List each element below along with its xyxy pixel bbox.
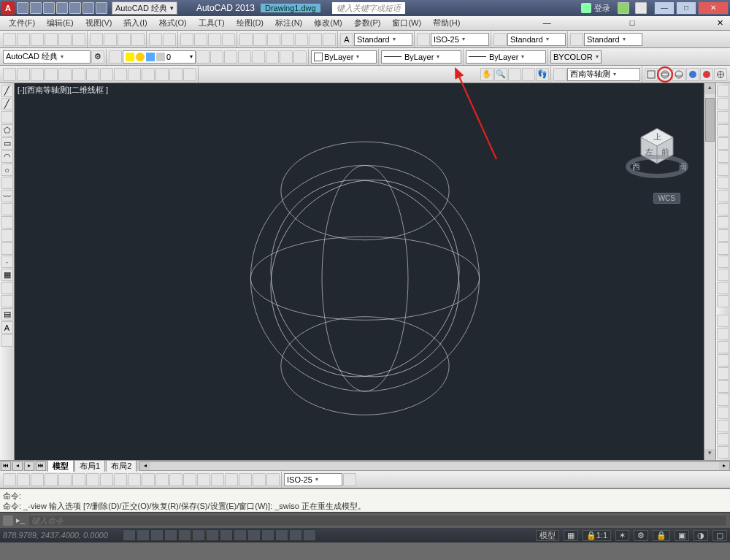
coordinates-readout[interactable]: 878.9789, 2437.4000, 0.0000 (3, 531, 120, 540)
dim-space-icon[interactable] (155, 473, 169, 486)
menu-insert[interactable]: 插入(I) (118, 18, 153, 28)
edit-hatch-icon[interactable] (717, 433, 729, 445)
dim-break-icon[interactable] (169, 473, 182, 486)
qp-toggle[interactable] (275, 529, 288, 541)
polygon-icon[interactable]: ⬠ (1, 124, 13, 137)
dim-baseline-icon[interactable] (128, 473, 141, 486)
layer-off-icon[interactable] (266, 50, 279, 64)
named-views-icon[interactable] (3, 68, 16, 81)
isolate-icon[interactable]: ◑ (694, 530, 708, 541)
clean-screen-icon[interactable]: ▢ (712, 530, 727, 541)
command-history[interactable]: 命令: 命令: _-view 输入选项 [?/删除(D)/正交(O)/恢复(R)… (0, 488, 730, 512)
tpy-toggle[interactable] (261, 529, 274, 541)
viewport-poly-icon[interactable] (31, 68, 44, 81)
region-icon[interactable] (1, 295, 13, 307)
mirror-icon[interactable] (717, 111, 729, 123)
extend-icon[interactable] (717, 216, 729, 229)
view-cube[interactable]: 上 左 前 西 南 (620, 112, 694, 185)
undo-icon[interactable] (149, 33, 162, 46)
menu-modify[interactable]: 修改(M) (308, 18, 348, 28)
scale-icon[interactable] (717, 177, 729, 189)
tab-next-icon[interactable]: ▸ (24, 461, 34, 471)
revcloud-icon[interactable] (1, 177, 13, 189)
3dosnap-toggle[interactable] (192, 529, 205, 541)
edit-spline-icon[interactable] (717, 420, 729, 432)
array-icon[interactable] (717, 137, 729, 150)
viewport-new-icon[interactable] (142, 68, 155, 81)
app-logo-icon[interactable]: A (1, 1, 15, 15)
tab-first-icon[interactable]: ⏮ (1, 461, 11, 471)
copy2-icon[interactable] (717, 98, 729, 110)
help-search-input[interactable]: 键入关键字或短语 (332, 2, 405, 14)
ellipse-icon[interactable] (1, 203, 13, 215)
publish-icon[interactable] (72, 33, 85, 46)
cut-icon[interactable] (90, 33, 103, 46)
tab-prev-icon[interactable]: ◂ (12, 461, 23, 471)
workspace-selector[interactable]: AutoCAD 经典 (112, 1, 177, 15)
pline-icon[interactable] (1, 111, 13, 123)
osnap-toggle[interactable] (178, 529, 191, 541)
regen-icon[interactable] (155, 68, 169, 81)
tab-layout1[interactable]: 布局1 (74, 460, 105, 472)
zoom-prev-icon[interactable] (222, 33, 235, 46)
dim-inspect-icon[interactable] (211, 473, 224, 486)
dim-continue-icon[interactable] (142, 473, 155, 486)
otrack-toggle[interactable] (206, 529, 219, 541)
qat-plot-icon[interactable] (69, 2, 81, 14)
dimstyle-icon[interactable] (417, 33, 430, 46)
dim-quick-icon[interactable] (114, 473, 127, 486)
regenall-icon[interactable] (169, 68, 182, 81)
view-manager-icon[interactable] (553, 68, 566, 81)
tab-layout2[interactable]: 布局2 (106, 460, 137, 472)
dyn-toggle[interactable] (234, 529, 247, 541)
color-selector[interactable]: ByLayer (311, 50, 377, 64)
tab-model[interactable]: 模型 (47, 460, 74, 472)
textstyle-selector[interactable]: Standard (354, 33, 412, 46)
space-label[interactable]: 模型 (536, 530, 559, 541)
qat-open-icon[interactable] (30, 2, 42, 14)
snap-toggle[interactable] (123, 529, 136, 541)
viewport-restore-icon[interactable] (100, 68, 113, 81)
join-icon[interactable] (717, 242, 729, 255)
matchprop-icon[interactable] (131, 33, 145, 46)
copy-icon[interactable] (104, 33, 117, 46)
reverse-icon[interactable] (717, 394, 729, 406)
am-toggle[interactable] (303, 529, 316, 541)
help-tb-icon[interactable] (323, 33, 336, 46)
dim-arc-icon[interactable] (31, 473, 44, 486)
breakat-icon[interactable] (717, 367, 729, 380)
lengthen-icon[interactable] (717, 328, 729, 340)
qat-save-icon[interactable] (43, 2, 55, 14)
designcenter-icon[interactable] (253, 33, 266, 46)
workspace-combo[interactable]: AutoCAD 经典 (3, 50, 91, 64)
erase-icon[interactable] (717, 85, 729, 97)
ws-settings-icon[interactable]: ⚙ (91, 50, 104, 64)
table-icon[interactable]: ▤ (1, 308, 13, 321)
xline-icon[interactable]: ╱ (1, 98, 13, 110)
scroll-up-icon[interactable]: ▴ (704, 83, 715, 94)
orbit-icon[interactable] (508, 68, 521, 81)
paste-icon[interactable] (118, 33, 131, 46)
lineweight-selector[interactable]: ByLayer (466, 50, 546, 64)
qat-saveas-icon[interactable] (56, 2, 68, 14)
lwt-toggle[interactable] (247, 529, 261, 541)
viewport-single-icon[interactable] (17, 68, 30, 81)
hatch-icon[interactable]: ▦ (1, 269, 13, 281)
properties-icon[interactable] (239, 33, 253, 46)
menu-window[interactable]: 窗口(W) (386, 18, 427, 28)
tablestyle-icon[interactable] (493, 33, 507, 46)
dimstyle-selector[interactable]: ISO-25 (431, 33, 489, 46)
doc-minimize-icon[interactable]: — (543, 18, 553, 28)
blend-icon[interactable] (717, 282, 729, 294)
vs-realistic-icon[interactable] (686, 68, 699, 81)
arc-icon[interactable]: ◠ (1, 150, 13, 163)
viewport-named-icon[interactable] (128, 68, 141, 81)
orbit-free-icon[interactable] (522, 68, 535, 81)
mleaderstyle-selector[interactable]: Standard (584, 33, 642, 46)
trim-icon[interactable] (717, 203, 729, 215)
drawing-viewport[interactable]: [-][西南等轴测][二维线框 ] 上 左 前 (15, 83, 715, 460)
viewport-dialog-icon[interactable] (114, 68, 127, 81)
dim-style-combo[interactable]: ISO-25 (284, 473, 342, 486)
addselected-icon[interactable] (1, 334, 13, 347)
dim-aligned-icon[interactable] (17, 473, 30, 486)
